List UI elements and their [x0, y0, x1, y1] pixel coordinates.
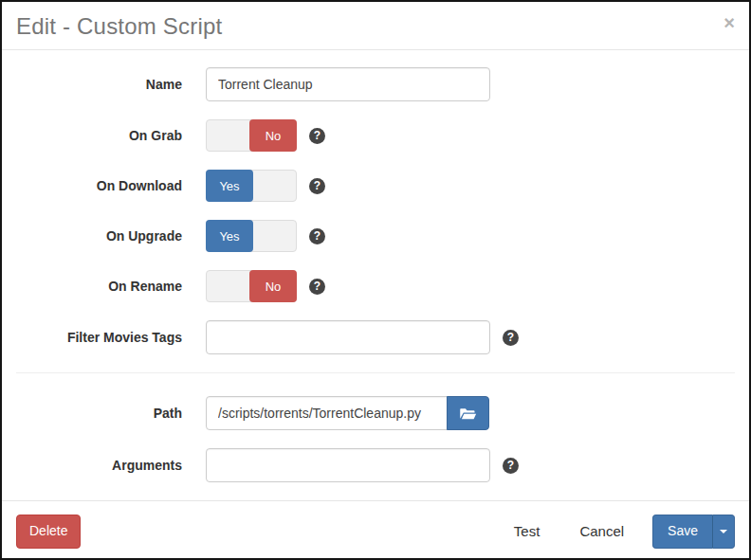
path-label: Path	[16, 406, 182, 421]
name-label: Name	[16, 77, 182, 92]
on-grab-help-icon[interactable]: ?	[309, 128, 325, 144]
folder-open-icon	[459, 406, 477, 421]
modal-footer: Delete Test Cancel Save	[2, 500, 749, 560]
on-upgrade-label: On Upgrade	[16, 228, 182, 244]
modal-header: Edit - Custom Script ×	[2, 2, 749, 50]
arguments-label: Arguments	[16, 458, 182, 473]
filter-movies-tags-help-icon[interactable]: ?	[503, 330, 519, 346]
on-grab-toggle-state: No	[249, 119, 297, 152]
on-grab-toggle-track	[207, 120, 250, 151]
caret-down-icon	[720, 530, 727, 533]
filter-movies-tags-input[interactable]	[206, 320, 490, 354]
path-input[interactable]	[206, 396, 448, 430]
delete-button[interactable]: Delete	[16, 515, 81, 549]
modal-title: Edit - Custom Script	[16, 13, 735, 39]
on-grab-label: On Grab	[16, 128, 182, 143]
filter-movies-tags-label: Filter Movies Tags	[16, 330, 182, 345]
on-download-row: On Download Yes ?	[16, 170, 735, 202]
path-row: Path	[16, 396, 735, 430]
on-upgrade-toggle-state: Yes	[206, 220, 253, 252]
arguments-help-icon[interactable]: ?	[503, 458, 519, 474]
on-upgrade-row: On Upgrade Yes ?	[16, 220, 735, 252]
save-split-button: Save	[652, 515, 735, 549]
on-rename-label: On Rename	[16, 279, 182, 294]
on-download-toggle-state: Yes	[206, 170, 253, 202]
on-upgrade-toggle[interactable]: Yes	[206, 220, 297, 252]
filter-movies-tags-row: Filter Movies Tags ?	[16, 320, 735, 354]
save-dropdown-button[interactable]	[712, 515, 735, 549]
on-download-label: On Download	[16, 178, 182, 193]
on-rename-toggle[interactable]: No	[206, 270, 297, 302]
arguments-input[interactable]	[206, 448, 490, 482]
on-upgrade-help-icon[interactable]: ?	[309, 228, 325, 244]
section-divider	[16, 372, 735, 373]
on-rename-row: On Rename No ?	[16, 270, 735, 302]
test-button[interactable]: Test	[503, 516, 552, 546]
arguments-row: Arguments ?	[16, 448, 735, 482]
on-rename-help-icon[interactable]: ?	[309, 279, 325, 295]
modal-body: Name On Grab No ? On Download Yes ? On U…	[2, 50, 749, 500]
footer-actions: Test Cancel Save	[503, 515, 735, 549]
close-icon[interactable]: ×	[724, 13, 735, 32]
on-download-toggle-track	[252, 171, 296, 201]
path-input-group	[206, 396, 490, 430]
cancel-button[interactable]: Cancel	[568, 516, 635, 546]
edit-custom-script-modal: Edit - Custom Script × Name On Grab No ?…	[0, 0, 751, 560]
on-rename-toggle-state: No	[249, 270, 297, 302]
on-grab-row: On Grab No ?	[16, 119, 735, 152]
name-input[interactable]	[206, 67, 490, 101]
name-row: Name	[16, 67, 735, 101]
on-upgrade-toggle-track	[252, 221, 296, 251]
on-grab-toggle[interactable]: No	[206, 119, 297, 152]
on-download-help-icon[interactable]: ?	[309, 178, 325, 194]
browse-button[interactable]	[447, 396, 489, 430]
save-button[interactable]: Save	[652, 515, 712, 549]
on-rename-toggle-track	[207, 271, 250, 301]
on-download-toggle[interactable]: Yes	[206, 170, 297, 202]
